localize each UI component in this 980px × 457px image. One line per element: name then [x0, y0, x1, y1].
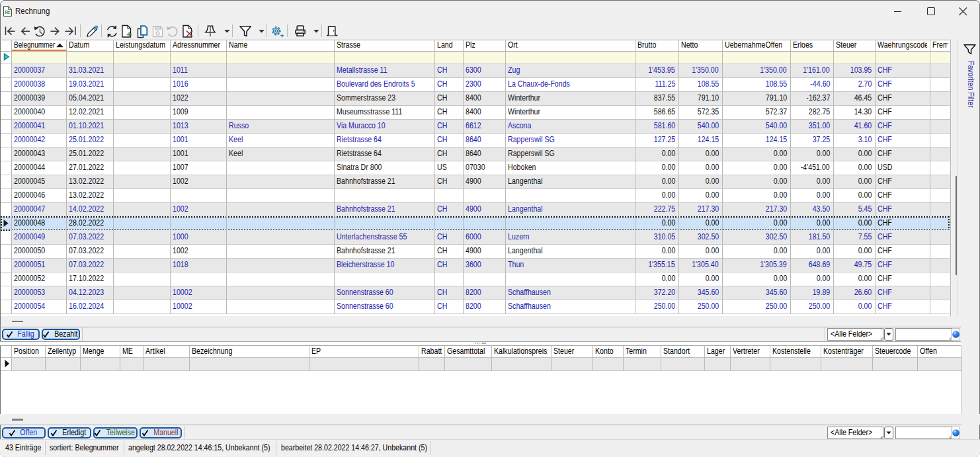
- svg-text:RE: RE: [5, 10, 11, 15]
